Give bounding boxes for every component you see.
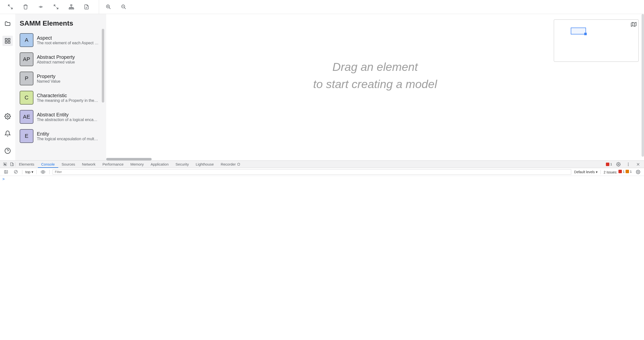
- issues-warn-count: 1: [630, 170, 632, 173]
- collapse-icon[interactable]: [52, 4, 60, 10]
- canvas-hscroll[interactable]: [106, 158, 644, 160]
- devtools-right-controls: 1: [606, 161, 644, 168]
- minimap-viewport[interactable]: [571, 28, 586, 35]
- log-levels-label: Default levels: [574, 170, 595, 174]
- clear-console-icon[interactable]: [12, 169, 19, 175]
- svg-rect-23: [5, 38, 7, 40]
- editor-area: SAMM Elements A AspectThe root element o…: [0, 14, 644, 160]
- live-expression-icon[interactable]: [40, 169, 46, 175]
- canvas-vscroll-thumb[interactable]: [642, 14, 644, 157]
- console-output[interactable]: >: [0, 176, 644, 333]
- devtools-settings-icon[interactable]: [615, 161, 622, 168]
- console-prompt: >: [2, 177, 5, 181]
- zoom-out-icon[interactable]: [120, 4, 127, 10]
- palette-item-aspect[interactable]: A AspectThe root element of each Aspect …: [20, 33, 102, 47]
- placeholder-line1: Drag an element: [313, 58, 437, 76]
- palette-item-desc: The root element of each Aspect Model: [37, 41, 99, 45]
- palette-item-entity[interactable]: E EntityThe logical encapsulation of mul…: [20, 129, 102, 143]
- notifications-icon[interactable]: [2, 128, 13, 139]
- svg-line-6: [56, 8, 58, 9]
- device-toolbar-icon[interactable]: [8, 161, 15, 168]
- console-separator: [50, 170, 50, 174]
- tab-security[interactable]: Security: [172, 161, 192, 168]
- badge-abstract-entity: AE: [20, 110, 34, 124]
- workspace-folder-icon[interactable]: [2, 19, 13, 29]
- svg-rect-9: [71, 8, 72, 9]
- tab-recorder-label: Recorder: [221, 162, 236, 166]
- inspect-element-icon[interactable]: [2, 161, 8, 168]
- svg-rect-7: [70, 5, 72, 6]
- tab-performance[interactable]: Performance: [99, 161, 127, 168]
- trash-icon[interactable]: [22, 4, 29, 10]
- svg-rect-26: [8, 41, 10, 43]
- elements-palette-icon[interactable]: [2, 36, 13, 46]
- tab-elements[interactable]: Elements: [16, 161, 38, 168]
- console-separator: [22, 170, 22, 174]
- svg-line-1: [11, 8, 12, 9]
- canvas-vscroll[interactable]: [642, 14, 644, 158]
- canvas-hscroll-thumb[interactable]: [106, 158, 152, 160]
- svg-point-38: [628, 164, 629, 165]
- top-toolbar: [0, 0, 644, 14]
- palette-item-desc: The abstraction of a logical encapsulati…: [37, 118, 99, 122]
- console-issues[interactable]: 2 Issues: 1 1: [604, 170, 632, 174]
- zoom-in-icon[interactable]: [105, 4, 112, 10]
- console-filter-input[interactable]: [52, 169, 571, 175]
- settings-icon[interactable]: [2, 111, 13, 122]
- tree-layout-icon[interactable]: [68, 4, 75, 10]
- minimap-resize-handle[interactable]: [584, 33, 587, 35]
- console-sidebar-toggle-icon[interactable]: [2, 169, 9, 175]
- palette-item-abstract-property[interactable]: AP Abstract PropertyAbstract named value: [20, 52, 102, 66]
- map-icon[interactable]: [631, 22, 636, 28]
- tab-application[interactable]: Application: [147, 161, 172, 168]
- validate-icon[interactable]: [83, 4, 90, 10]
- help-icon[interactable]: [2, 146, 13, 156]
- palette-title: SAMM Elements: [20, 20, 102, 27]
- palette-item-desc: Named Value: [37, 79, 99, 84]
- palette-scrollbar[interactable]: [102, 29, 104, 103]
- context-selector[interactable]: top ▾: [25, 170, 34, 174]
- error-icon: [618, 170, 622, 173]
- console-settings-icon[interactable]: [635, 169, 642, 175]
- svg-point-27: [7, 116, 8, 117]
- devtools-tabbar: Elements Console Sources Network Perform…: [0, 161, 644, 168]
- svg-line-0: [8, 5, 10, 7]
- palette-item-label: Characteristic: [37, 93, 102, 98]
- palette-item-characteristic[interactable]: C CharacteristicThe meaning of a Propert…: [20, 91, 102, 105]
- palette-item-abstract-entity[interactable]: AE Abstract EntityThe abstraction of a l…: [20, 110, 102, 124]
- svg-line-17: [109, 8, 110, 9]
- devtools-close-icon[interactable]: [635, 161, 642, 168]
- svg-line-5: [54, 5, 56, 7]
- svg-rect-25: [5, 41, 7, 43]
- tab-lighthouse[interactable]: Lighthouse: [192, 161, 217, 168]
- canvas[interactable]: Drag an element to start creating a mode…: [106, 14, 644, 160]
- error-icon: [606, 163, 609, 166]
- minimap[interactable]: [554, 20, 638, 62]
- palette-item-label: Entity: [37, 131, 102, 137]
- svg-point-2: [40, 6, 42, 8]
- tab-console[interactable]: Console: [38, 161, 58, 168]
- warning-icon: [626, 170, 629, 173]
- svg-marker-30: [631, 22, 636, 27]
- tab-network[interactable]: Network: [79, 161, 99, 168]
- svg-point-39: [628, 165, 629, 166]
- commit-icon[interactable]: [37, 4, 44, 10]
- palette-item-property[interactable]: P PropertyNamed Value: [20, 72, 102, 85]
- svg-rect-35: [12, 164, 13, 166]
- error-count-badge[interactable]: 1: [606, 162, 612, 166]
- tab-sources[interactable]: Sources: [58, 161, 79, 168]
- palette-item-label: Aspect: [37, 35, 102, 41]
- badge-entity: E: [20, 129, 34, 143]
- expand-icon[interactable]: [7, 4, 14, 10]
- kebab-menu-icon[interactable]: [625, 161, 632, 168]
- log-levels-selector[interactable]: Default levels ▾: [574, 170, 598, 174]
- palette-item-label: Abstract Entity: [37, 112, 102, 118]
- svg-line-45: [15, 171, 17, 173]
- svg-rect-8: [69, 8, 70, 9]
- svg-line-21: [124, 8, 126, 9]
- tab-memory[interactable]: Memory: [127, 161, 147, 168]
- tab-recorder[interactable]: Recorder: [217, 161, 244, 168]
- context-label: top: [25, 170, 30, 174]
- issues-label: 2 Issues:: [604, 170, 618, 174]
- toolbar-group-zoom: [102, 4, 127, 10]
